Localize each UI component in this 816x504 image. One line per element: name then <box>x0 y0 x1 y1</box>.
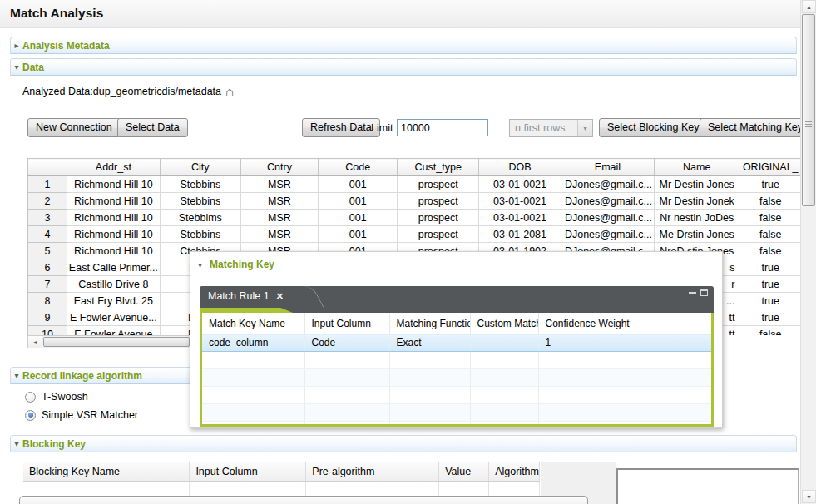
cell[interactable]: MSR <box>240 226 318 243</box>
table-header-cell[interactable]: Cntry <box>240 159 318 176</box>
table-header-cell[interactable]: Pre-algorithm <box>306 462 439 482</box>
cell[interactable]: Me Drstin Jones <box>655 226 739 243</box>
cell[interactable]: DJones@gmail.c... <box>561 176 654 193</box>
table-header-cell[interactable]: DOB <box>479 159 561 176</box>
table-row[interactable]: 1Richmond Hill 10StebbinsMSR001prospect0… <box>28 176 802 193</box>
cell[interactable]: 001 <box>319 210 398 226</box>
cell[interactable]: 2 <box>28 193 67 210</box>
cell[interactable]: 1 <box>538 334 711 352</box>
cell[interactable] <box>389 369 470 387</box>
cell[interactable]: 8 <box>28 293 67 309</box>
cell[interactable] <box>202 387 304 404</box>
cell[interactable]: East Fry Blvd. 25 <box>67 293 160 309</box>
cell[interactable] <box>470 334 538 352</box>
cell[interactable]: Richmond Hill 10 <box>67 226 160 243</box>
table-header-cell[interactable] <box>28 159 67 176</box>
cell[interactable] <box>304 422 389 427</box>
empty-row[interactable] <box>202 404 711 422</box>
table-row[interactable]: 3Richmond Hill 10StebbimsMSR001prospect0… <box>28 210 802 226</box>
table-horizontal-scrollbar[interactable]: ◄ <box>27 335 190 348</box>
hscroll-thumb[interactable] <box>43 337 190 347</box>
radio-button[interactable] <box>25 410 36 421</box>
cell[interactable]: 6 <box>28 259 67 276</box>
cell[interactable]: 001 <box>319 226 398 243</box>
cell[interactable]: prospect <box>398 226 479 243</box>
close-icon[interactable]: ✕ <box>276 291 284 302</box>
cell[interactable] <box>389 352 470 369</box>
cell[interactable]: false <box>739 226 802 243</box>
home-icon[interactable]: ⌂ <box>225 86 234 97</box>
empty-row[interactable] <box>202 352 711 369</box>
cell[interactable] <box>538 387 711 404</box>
table-header-cell[interactable]: Match Key Name <box>202 313 304 334</box>
table-header-cell[interactable]: Code <box>319 159 398 176</box>
vscroll-thumb[interactable] <box>802 14 815 206</box>
cell[interactable] <box>202 352 304 369</box>
cell[interactable]: true <box>739 309 802 326</box>
cell[interactable]: 9 <box>28 309 67 326</box>
cell[interactable]: prospect <box>398 210 479 226</box>
down-arrow-icon[interactable]: ▼ <box>802 490 816 503</box>
cell[interactable]: 4 <box>28 226 67 243</box>
cell[interactable]: prospect <box>398 176 479 193</box>
up-arrow-icon[interactable]: ▲ <box>802 0 816 13</box>
cell[interactable] <box>304 369 389 387</box>
cell[interactable] <box>538 422 711 427</box>
cell[interactable]: Mr Destin Jonek <box>655 193 739 210</box>
cell[interactable]: DJones@gmail.c... <box>561 193 654 210</box>
cell[interactable]: MSR <box>240 193 318 210</box>
cell[interactable] <box>538 404 711 422</box>
cell[interactable] <box>304 352 389 369</box>
cell[interactable]: true <box>739 293 802 309</box>
table-header-cell[interactable]: Blocking Key Name <box>23 462 190 482</box>
rows-combo[interactable]: n first rows ▾ <box>509 119 593 137</box>
cell[interactable]: Richmond Hill 10 <box>67 176 160 193</box>
cell[interactable] <box>470 352 538 369</box>
table-header-cell[interactable]: Confidence Weight <box>538 313 711 334</box>
restore-icon[interactable] <box>700 289 708 296</box>
section-header-data[interactable]: ▾ Data <box>10 58 797 76</box>
cell[interactable]: false <box>739 193 802 210</box>
limit-input[interactable] <box>397 119 488 136</box>
vertical-scrollbar[interactable]: ▲ ▼ <box>800 0 816 504</box>
table-row[interactable]: 4Richmond Hill 10StebbinsMSR001prospect0… <box>28 226 802 243</box>
table-header-cell[interactable]: Value <box>439 462 489 482</box>
tab-match-rule-1[interactable]: Match Rule 1 ✕ <box>208 290 284 302</box>
cell[interactable] <box>304 404 389 422</box>
left-arrow-icon[interactable]: ◄ <box>28 336 42 348</box>
cell[interactable] <box>202 369 304 387</box>
cell[interactable]: false <box>739 210 802 226</box>
cell[interactable]: 03-01-0021 <box>479 210 561 226</box>
cell[interactable] <box>389 422 470 427</box>
cell[interactable] <box>389 404 470 422</box>
table-header-cell[interactable]: Cust_type <box>398 159 479 176</box>
cell[interactable]: E Fowler Avenue <box>67 326 160 336</box>
table-header-cell[interactable]: City <box>160 159 240 176</box>
section-header-matching-key[interactable]: ▾ Matching Key <box>198 259 274 270</box>
empty-row[interactable] <box>202 369 711 387</box>
cell[interactable]: E Fowler Avenue... <box>67 309 160 326</box>
cell[interactable] <box>470 387 538 404</box>
bottom-scrollbar[interactable] <box>19 496 588 504</box>
table-header-cell[interactable]: Input Column <box>304 313 389 334</box>
section-header-analysis-metadata[interactable]: ▸ Analysis Metadata <box>10 37 797 54</box>
cell[interactable]: 001 <box>319 176 398 193</box>
table-header-cell[interactable]: Email <box>561 159 654 176</box>
cell[interactable]: Nr nestin JoDes <box>655 210 739 226</box>
table-header-cell[interactable]: ORIGINAL_ <box>739 159 802 176</box>
cell[interactable]: 5 <box>28 243 67 259</box>
cell[interactable]: Richmond Hill 10 <box>67 210 160 226</box>
table-row[interactable]: 2Richmond Hill 10StebbinsMSR001prospect0… <box>28 193 802 210</box>
select-blocking-key-button[interactable]: Select Blocking Key <box>599 118 707 137</box>
cell[interactable]: Stebbins <box>160 176 240 193</box>
cell[interactable]: Exact <box>389 334 470 352</box>
cell[interactable]: Stebbins <box>160 226 240 243</box>
cell[interactable]: Castillo Drive 8 <box>67 276 160 293</box>
cell[interactable]: Richmond Hill 10 <box>67 193 160 210</box>
cell[interactable]: East Calle Primer... <box>67 259 160 276</box>
table-header-cell[interactable]: Custom Matcher <box>470 313 538 334</box>
cell[interactable] <box>470 369 538 387</box>
table-header-cell[interactable]: Input Column <box>190 462 306 482</box>
table-header-cell[interactable]: Algorithm <box>489 462 540 482</box>
cell[interactable]: MSR <box>240 210 318 226</box>
